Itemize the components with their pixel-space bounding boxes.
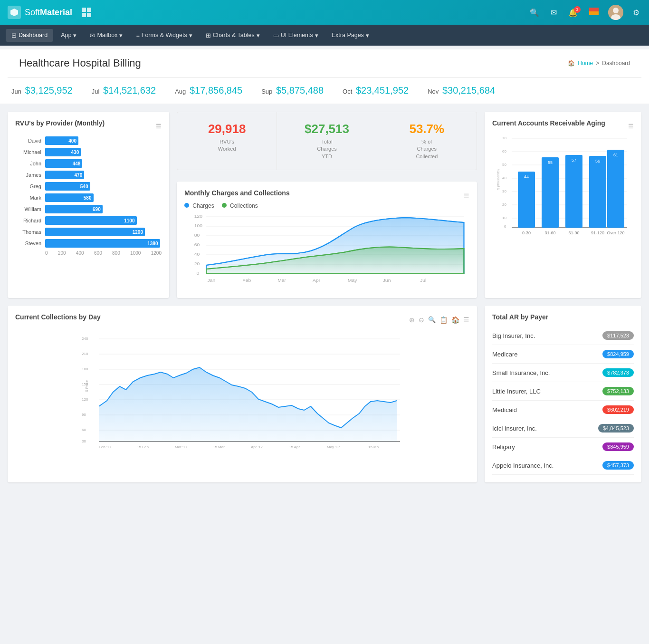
svg-text:15 Apr: 15 Apr bbox=[289, 445, 300, 449]
stat-item-aug: Aug $17,856,845 bbox=[175, 85, 242, 96]
svg-text:120: 120 bbox=[194, 214, 203, 219]
svg-text:Feb '17: Feb '17 bbox=[99, 445, 112, 449]
payer-row: Small Insurance, Inc. $782,373 bbox=[492, 364, 634, 382]
svg-text:80: 80 bbox=[194, 233, 200, 238]
bar-label: Richard bbox=[15, 218, 41, 223]
bar-label: Michael bbox=[15, 149, 41, 155]
nav-item-dashboard[interactable]: ⊞ Dashboard bbox=[6, 29, 53, 42]
bar-value: 540 bbox=[80, 184, 88, 189]
charges-value: $27,513 bbox=[285, 122, 369, 136]
svg-rect-2 bbox=[589, 11, 599, 15]
stat-item-oct: Oct $23,451,952 bbox=[343, 85, 409, 96]
bar-fill: 690 bbox=[45, 205, 103, 213]
svg-text:70: 70 bbox=[502, 136, 506, 140]
bar-label: Greg bbox=[15, 183, 41, 189]
bar-label: Thomas bbox=[15, 229, 41, 235]
svg-text:15 Mar: 15 Mar bbox=[213, 445, 225, 449]
payer-name: Small Insurance, Inc. bbox=[492, 369, 550, 376]
bar-value: 448 bbox=[73, 161, 81, 166]
payer-name: Religary bbox=[492, 443, 515, 451]
zoom-out-icon[interactable]: ⊖ bbox=[419, 316, 424, 324]
bar-value: 690 bbox=[93, 207, 101, 212]
home-reset-icon[interactable]: 🏠 bbox=[451, 316, 459, 324]
zoom-in-icon[interactable]: ⊕ bbox=[409, 316, 415, 324]
search-icon[interactable]: 🔍 bbox=[530, 8, 539, 17]
bar-track: 1100 bbox=[45, 216, 162, 225]
user-avatar[interactable] bbox=[608, 5, 623, 20]
dashboard-icon: ⊞ bbox=[11, 32, 17, 39]
rvu-chart-card: RVU's by Provider (Monthly) ☰ David 400 … bbox=[8, 112, 169, 298]
svg-text:May '17: May '17 bbox=[327, 445, 340, 449]
monthly-menu-icon[interactable]: ☰ bbox=[464, 192, 469, 200]
svg-text:15 Ma: 15 Ma bbox=[368, 445, 379, 449]
svg-text:Jul: Jul bbox=[420, 278, 426, 283]
nav-item-forms[interactable]: ≡ Forms & Widgets ▾ bbox=[130, 29, 198, 42]
menu-icon[interactable]: ☰ bbox=[463, 316, 469, 324]
stat-item-jun: Jun $3,125,952 bbox=[11, 85, 73, 96]
bar-label: John bbox=[15, 161, 41, 166]
rvu-bar-row: John 448 bbox=[15, 159, 162, 168]
flag-icon[interactable] bbox=[589, 8, 599, 17]
nav-item-charts[interactable]: ⊞ Charts & Tables ▾ bbox=[200, 29, 266, 42]
rvu-menu-icon[interactable]: ☰ bbox=[156, 123, 162, 130]
svg-text:15 Feb: 15 Feb bbox=[137, 445, 149, 449]
svg-text:91-120: 91-120 bbox=[591, 231, 604, 235]
bar-value: 1100 bbox=[124, 218, 134, 223]
bar-track: 448 bbox=[45, 159, 162, 168]
svg-text:40: 40 bbox=[194, 252, 200, 257]
svg-text:20: 20 bbox=[194, 261, 200, 266]
bar-fill: 448 bbox=[45, 159, 82, 168]
ar-bar-0-30 bbox=[518, 172, 535, 228]
settings-icon[interactable]: ⚙ bbox=[633, 8, 639, 17]
payer-badge: $824,959 bbox=[602, 350, 634, 358]
svg-text:Mar: Mar bbox=[277, 278, 286, 283]
ar-payer-title: Total AR by Payer bbox=[492, 313, 634, 321]
save-icon[interactable]: 📋 bbox=[439, 316, 448, 324]
monthly-chart-svg: 120 100 80 60 40 20 0 bbox=[184, 213, 469, 289]
home-icon: 🏠 bbox=[568, 60, 575, 67]
rvu-label: RVU's Worked bbox=[185, 138, 269, 153]
nav-item-extra[interactable]: Extra Pages ▾ bbox=[326, 29, 375, 42]
payer-row: Appelo Insurance, Inc. $457,373 bbox=[492, 456, 634, 475]
rvu-bar-row: Steven 1380 bbox=[15, 239, 162, 248]
svg-text:61-90: 61-90 bbox=[568, 231, 579, 235]
svg-text:Mar '17: Mar '17 bbox=[175, 445, 188, 449]
rvu-bar-row: Thomas 1200 bbox=[15, 228, 162, 236]
nav-item-app[interactable]: App ▾ bbox=[55, 29, 82, 42]
bar-label: David bbox=[15, 138, 41, 144]
svg-text:61: 61 bbox=[613, 153, 618, 157]
bar-value: 1200 bbox=[133, 230, 143, 235]
nav-item-mailbox[interactable]: ✉ Mailbox ▾ bbox=[84, 29, 128, 42]
svg-text:Apr: Apr bbox=[313, 278, 321, 283]
svg-text:56: 56 bbox=[595, 159, 600, 163]
svg-text:20: 20 bbox=[502, 202, 506, 207]
grid-menu-icon[interactable] bbox=[82, 8, 91, 17]
monthly-chart-title: Monthly Charges and Collections bbox=[184, 189, 290, 197]
bar-value: 1380 bbox=[147, 241, 158, 246]
rvu-value: 29,918 bbox=[185, 122, 269, 136]
collections-title: Current Collections by Day bbox=[15, 313, 101, 321]
ar-aging-menu-icon[interactable]: ☰ bbox=[628, 123, 634, 130]
bell-badge: 3 bbox=[574, 6, 581, 13]
breadcrumb: 🏠 Home > Dashboard bbox=[568, 60, 630, 67]
payer-badge: $782,373 bbox=[602, 368, 634, 377]
svg-text:210: 210 bbox=[82, 352, 88, 356]
mail-icon[interactable]: ✉ bbox=[551, 8, 557, 17]
payer-row: Medicare $824,959 bbox=[492, 345, 634, 364]
svg-text:40: 40 bbox=[502, 176, 506, 180]
breadcrumb-home[interactable]: Home bbox=[578, 60, 593, 67]
charges-label: Total Charges YTD bbox=[285, 138, 369, 160]
zoom-icon[interactable]: 🔍 bbox=[428, 316, 436, 324]
svg-text:Feb: Feb bbox=[242, 278, 251, 283]
brand-logo[interactable]: SoftMaterial bbox=[8, 6, 72, 19]
nav-item-ui[interactable]: ▭ UI Elements ▾ bbox=[267, 29, 324, 42]
svg-text:90: 90 bbox=[82, 413, 86, 417]
svg-text:44: 44 bbox=[524, 174, 529, 179]
bell-icon[interactable]: 🔔3 bbox=[568, 8, 578, 17]
ar-aging-chart: 70 60 50 40 30 20 10 0 $ (thousands) bbox=[492, 133, 634, 237]
payer-badge: $752,133 bbox=[602, 387, 634, 395]
monthly-chart-card: Monthly Charges and Collections ☰ Charge… bbox=[177, 182, 477, 298]
bar-track: 1200 bbox=[45, 228, 162, 236]
rvu-bar-row: Greg 540 bbox=[15, 182, 162, 191]
rvu-bar-row: David 400 bbox=[15, 136, 162, 145]
